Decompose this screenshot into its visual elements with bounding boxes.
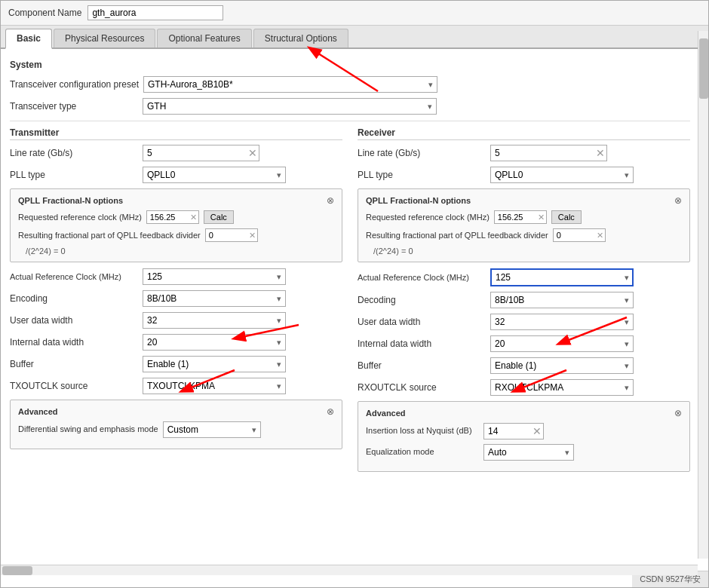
- receiver-title: Receiver: [358, 127, 690, 140]
- tx-qpll-collapse[interactable]: ⊗: [327, 195, 334, 206]
- tx-pll-type-select-wrapper: QPLL0: [143, 167, 286, 183]
- scrollbar[interactable]: [698, 31, 708, 559]
- content-area: System Transceiver configuration preset …: [1, 49, 708, 577]
- watermark-text: CSDN 9527华安: [640, 574, 701, 583]
- tx-diff-swing-row: Differential swing and emphasis mode Cus…: [18, 421, 334, 438]
- rx-frac-part-input-wrap: ✕: [553, 228, 606, 242]
- rx-internal-data-label: Internal data width: [358, 338, 486, 349]
- tab-structural-options[interactable]: Structural Options: [253, 29, 348, 47]
- rx-rxoutclk-select[interactable]: RXOUTCLKPMA: [490, 379, 634, 396]
- rx-advanced-title: Advanced ⊗: [366, 408, 682, 418]
- tx-pll-type-select[interactable]: QPLL0: [143, 167, 286, 183]
- rx-line-rate-input-wrap: ✕: [490, 145, 607, 161]
- scrollbar-thumb[interactable]: [699, 38, 708, 99]
- rx-actual-ref-select-wrapper: 125: [490, 268, 634, 286]
- tx-ref-clock-row: Requested reference clock (MHz) ✕ Calc: [18, 210, 334, 224]
- rx-actual-ref-row: Actual Reference Clock (MHz) 125: [358, 268, 690, 286]
- tx-advanced-title: Advanced ⊗: [18, 406, 334, 417]
- rx-buffer-label: Buffer: [358, 360, 486, 371]
- tx-advanced-box: Advanced ⊗ Differential swing and emphas…: [10, 400, 342, 449]
- tx-line-rate-input[interactable]: [143, 145, 259, 161]
- receiver-col: Receiver Line rate (Gb/s) ✕ PLL type QPL…: [358, 127, 690, 472]
- rx-line-rate-clear[interactable]: ✕: [596, 148, 605, 158]
- tx-txoutclk-select-wrapper: TXOUTCLKPMA: [143, 378, 286, 394]
- horizontal-scrollbar-thumb[interactable]: [2, 566, 32, 575]
- tx-buffer-select-wrapper: Enable (1): [143, 356, 286, 372]
- rx-frac-part-clear[interactable]: ✕: [597, 231, 603, 240]
- tx-pll-type-label: PLL type: [10, 170, 138, 180]
- tx-user-data-select-wrapper: 32: [143, 312, 286, 329]
- tx-pll-type-row: PLL type QPLL0: [10, 167, 342, 183]
- rx-user-data-label: User data width: [358, 317, 486, 327]
- component-name-label: Component Name: [8, 8, 81, 18]
- tx-line-rate-label: Line rate (Gb/s): [10, 148, 138, 158]
- tx-line-rate-clear[interactable]: ✕: [248, 148, 257, 158]
- rx-user-data-row: User data width 32: [358, 314, 690, 330]
- transceiver-preset-select[interactable]: GTH-Aurora_8B10B*: [143, 76, 437, 93]
- rx-equalization-select-wrapper: Auto: [483, 444, 574, 461]
- tab-physical-resources[interactable]: Physical Resources: [54, 29, 155, 47]
- rx-pll-type-select[interactable]: QPLL0: [490, 167, 634, 183]
- tx-encoding-select-wrapper: 8B/10B: [143, 290, 286, 307]
- rx-line-rate-row: Line rate (Gb/s) ✕: [358, 145, 690, 161]
- tx-ref-clock-clear[interactable]: ✕: [190, 213, 197, 222]
- rx-actual-ref-select[interactable]: 125: [490, 268, 634, 286]
- rx-rxoutclk-row: RXOUTCLK source RXOUTCLKPMA: [358, 379, 690, 396]
- tx-user-data-select[interactable]: 32: [143, 312, 286, 329]
- tx-frac-part-input-wrap: ✕: [205, 228, 258, 242]
- rx-buffer-row: Buffer Enable (1): [358, 357, 690, 374]
- transceiver-type-select-wrapper: GTH: [143, 98, 437, 115]
- tx-buffer-select[interactable]: Enable (1): [143, 356, 286, 372]
- rx-advanced-box: Advanced ⊗ Insertion loss at Nyquist (dB…: [358, 401, 690, 472]
- rx-decoding-label: Decoding: [358, 295, 486, 305]
- rx-frac-part-row: Resulting fractional part of QPLL feedba…: [366, 228, 682, 242]
- tx-frac-part-label: Resulting fractional part of QPLL feedba…: [18, 230, 201, 240]
- tx-buffer-row: Buffer Enable (1): [10, 356, 342, 372]
- tx-diff-swing-select[interactable]: Custom: [163, 421, 261, 438]
- transceiver-preset-select-wrapper: GTH-Aurora_8B10B*: [143, 76, 437, 93]
- rx-equalization-select[interactable]: Auto: [483, 444, 574, 461]
- rx-line-rate-label: Line rate (Gb/s): [358, 148, 486, 158]
- tx-diff-swing-select-wrapper: Custom: [163, 421, 261, 438]
- tx-frac-part-clear[interactable]: ✕: [249, 231, 256, 240]
- rx-decoding-select[interactable]: 8B/10B: [490, 292, 634, 308]
- rx-calc-button[interactable]: Calc: [551, 210, 582, 224]
- rx-actual-ref-label: Actual Reference Clock (MHz): [358, 272, 486, 283]
- tx-actual-ref-select[interactable]: 125: [143, 268, 286, 285]
- tx-internal-data-select-wrapper: 20: [143, 334, 286, 351]
- rx-formula: /(2^24) = 0: [366, 247, 682, 256]
- rx-ref-clock-label: Requested reference clock (MHz): [366, 213, 490, 222]
- transceiver-type-label: Transceiver type: [10, 101, 138, 112]
- transceiver-type-select[interactable]: GTH: [143, 98, 437, 115]
- tab-optional-features[interactable]: Optional Features: [157, 29, 251, 47]
- rx-qpll-collapse[interactable]: ⊗: [674, 195, 682, 206]
- tx-txoutclk-select[interactable]: TXOUTCLKPMA: [143, 378, 286, 394]
- rx-line-rate-input[interactable]: [490, 145, 607, 161]
- tx-actual-ref-row: Actual Reference Clock (MHz) 125: [10, 268, 342, 285]
- rx-buffer-select[interactable]: Enable (1): [490, 357, 634, 374]
- rx-decoding-row: Decoding 8B/10B: [358, 292, 690, 308]
- tx-encoding-select[interactable]: 8B/10B: [143, 290, 286, 307]
- transceiver-type-row: Transceiver type GTH: [10, 98, 690, 115]
- rx-equalization-label: Equalization mode: [366, 446, 479, 458]
- tab-basic[interactable]: Basic: [5, 29, 52, 49]
- tx-advanced-collapse[interactable]: ⊗: [327, 406, 334, 417]
- rx-insertion-loss-input-wrap: ✕: [483, 423, 544, 439]
- tx-txoutclk-row: TXOUTCLK source TXOUTCLKPMA: [10, 378, 342, 394]
- rx-advanced-collapse[interactable]: ⊗: [674, 408, 682, 418]
- main-window: Component Name gth_aurora Basic Physical…: [0, 0, 709, 588]
- rx-ref-clock-input-wrap: ✕: [494, 210, 547, 224]
- rx-internal-data-select[interactable]: 20: [490, 335, 634, 352]
- rx-ref-clock-clear[interactable]: ✕: [538, 213, 545, 222]
- tx-calc-button[interactable]: Calc: [204, 210, 234, 224]
- tx-internal-data-select[interactable]: 20: [143, 334, 286, 351]
- tx-actual-ref-label: Actual Reference Clock (MHz): [10, 271, 138, 282]
- rx-user-data-select[interactable]: 32: [490, 314, 634, 330]
- rx-rxoutclk-select-wrapper: RXOUTCLKPMA: [490, 379, 634, 396]
- horizontal-scrollbar[interactable]: [1, 565, 698, 575]
- rx-insertion-loss-clear[interactable]: ✕: [533, 426, 542, 436]
- rx-pll-type-row: PLL type QPLL0: [358, 167, 690, 183]
- rx-frac-part-label: Resulting fractional part of QPLL feedba…: [366, 230, 548, 240]
- tabs-bar: Basic Physical Resources Optional Featur…: [1, 26, 708, 49]
- component-name-input[interactable]: gth_aurora: [87, 5, 223, 20]
